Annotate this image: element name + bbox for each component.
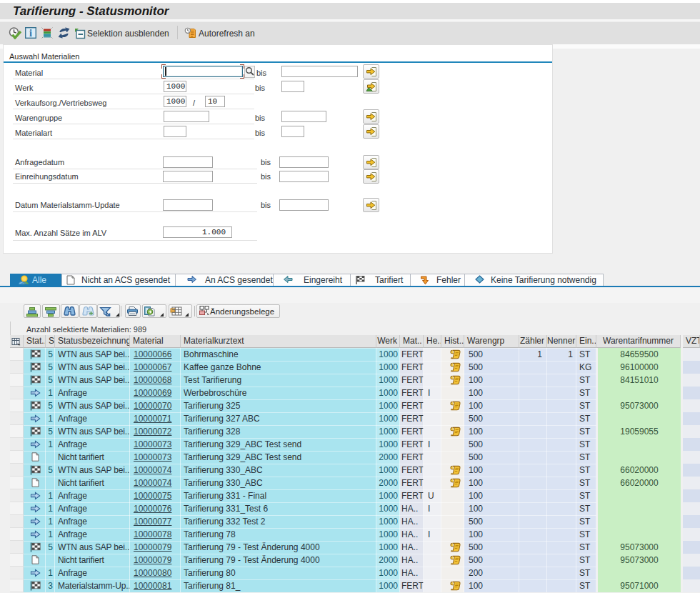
svg-text:i: i	[29, 28, 32, 39]
